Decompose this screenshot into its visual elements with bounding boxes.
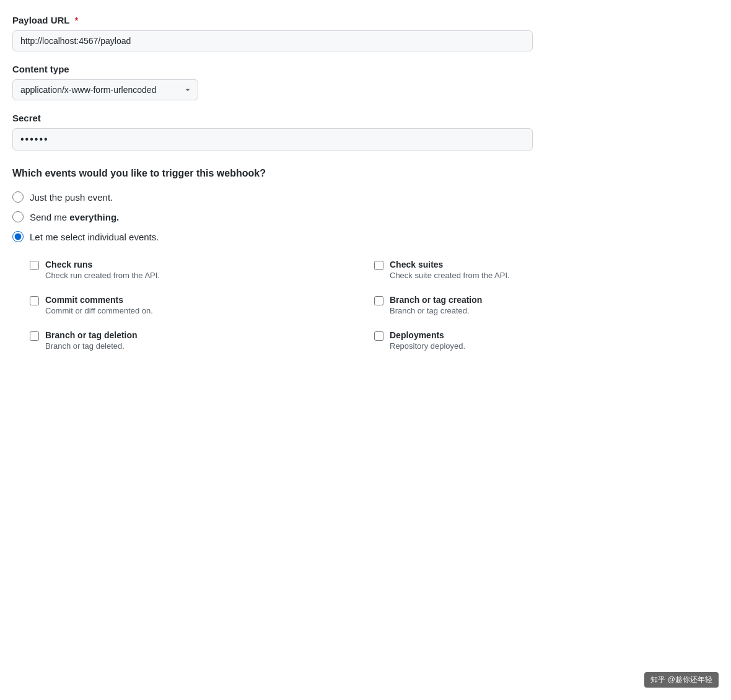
checkbox-deployments[interactable]: [374, 331, 383, 341]
radio-individual[interactable]: Let me select individual events.: [12, 231, 719, 242]
radio-individual-label[interactable]: Let me select individual events.: [30, 232, 159, 242]
events-section: Which events would you like to trigger t…: [12, 168, 719, 358]
events-section-title: Which events would you like to trigger t…: [12, 168, 719, 179]
event-deployments-desc: Repository deployed.: [390, 341, 465, 351]
events-grid: Check runs Check run created from the AP…: [30, 252, 719, 358]
payload-url-label-text: Payload URL: [12, 15, 69, 25]
event-commit-comments-desc: Commit or diff commented on.: [45, 306, 153, 315]
payload-url-group: Payload URL *: [12, 15, 719, 51]
content-type-label-text: Content type: [12, 64, 69, 74]
event-check-runs-title[interactable]: Check runs: [45, 260, 160, 269]
checkbox-check-runs[interactable]: [30, 261, 39, 270]
event-branch-tag-creation-title[interactable]: Branch or tag creation: [390, 295, 482, 305]
event-branch-tag-deletion: Branch or tag deletion Branch or tag del…: [30, 323, 374, 358]
checkbox-branch-tag-deletion[interactable]: [30, 331, 39, 341]
event-branch-tag-deletion-desc: Branch or tag deleted.: [45, 341, 138, 351]
secret-label: Secret: [12, 113, 719, 123]
content-type-label: Content type: [12, 64, 719, 74]
required-indicator: *: [74, 15, 78, 25]
event-check-runs: Check runs Check run created from the AP…: [30, 252, 374, 287]
secret-label-text: Secret: [12, 113, 41, 123]
event-branch-tag-creation-desc: Branch or tag created.: [390, 306, 482, 315]
event-deployments: Deployments Repository deployed.: [374, 323, 719, 358]
event-check-suites-desc: Check suite created from the API.: [390, 271, 510, 280]
radio-push-label[interactable]: Just the push event.: [30, 192, 113, 203]
event-commit-comments: Commit comments Commit or diff commented…: [30, 287, 374, 323]
radio-everything[interactable]: Send me everything.: [12, 211, 719, 222]
checkbox-commit-comments[interactable]: [30, 296, 39, 305]
event-check-runs-desc: Check run created from the API.: [45, 271, 160, 280]
event-deployments-title[interactable]: Deployments: [390, 330, 465, 340]
radio-everything-label[interactable]: Send me everything.: [30, 212, 119, 222]
payload-url-label: Payload URL *: [12, 15, 719, 25]
radio-individual-input[interactable]: [12, 231, 24, 242]
event-branch-tag-deletion-title[interactable]: Branch or tag deletion: [45, 330, 138, 340]
radio-push-input[interactable]: [12, 191, 24, 203]
content-type-select-wrapper: application/x-www-form-urlencoded applic…: [12, 79, 198, 100]
radio-everything-input[interactable]: [12, 211, 24, 222]
payload-url-input[interactable]: [12, 30, 533, 51]
checkbox-branch-tag-creation[interactable]: [374, 296, 383, 305]
watermark: 知乎 @趁你还年轻: [644, 672, 719, 688]
event-check-suites-title[interactable]: Check suites: [390, 260, 510, 269]
radio-push-event[interactable]: Just the push event.: [12, 191, 719, 203]
event-commit-comments-title[interactable]: Commit comments: [45, 295, 153, 305]
content-type-select[interactable]: application/x-www-form-urlencoded applic…: [12, 79, 198, 100]
checkbox-check-suites[interactable]: [374, 261, 383, 270]
secret-input[interactable]: [12, 128, 533, 151]
content-type-group: Content type application/x-www-form-urle…: [12, 64, 719, 100]
event-check-suites: Check suites Check suite created from th…: [374, 252, 719, 287]
secret-group: Secret: [12, 113, 719, 151]
event-branch-tag-creation: Branch or tag creation Branch or tag cre…: [374, 287, 719, 323]
